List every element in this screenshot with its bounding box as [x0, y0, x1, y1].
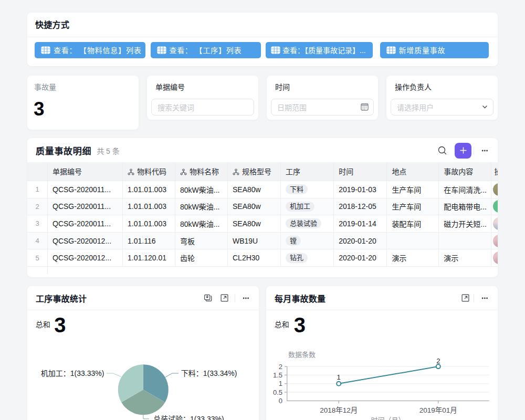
svg-text:0: 0	[279, 397, 282, 405]
svg-text:2019年01月: 2019年01月	[419, 406, 457, 414]
svg-text:1: 1	[279, 380, 282, 387]
svg-text:总装试验：1(33.33%): 总装试验：1(33.33%)	[153, 415, 224, 420]
svg-text:0.5: 0.5	[273, 388, 282, 396]
svg-text:下料：1(33.34%): 下料：1(33.34%)	[181, 369, 237, 377]
svg-text:1: 1	[337, 373, 341, 381]
svg-text:2: 2	[279, 363, 282, 371]
svg-text:数据条数: 数据条数	[288, 351, 316, 359]
svg-text:机加工：1(33.33%): 机加工：1(33.33%)	[41, 369, 104, 377]
svg-text:2018年12月: 2018年12月	[320, 406, 358, 414]
svg-text:1.5: 1.5	[273, 371, 282, 379]
svg-text:2: 2	[436, 357, 440, 365]
svg-text:时间（月）: 时间（月）	[371, 416, 405, 420]
